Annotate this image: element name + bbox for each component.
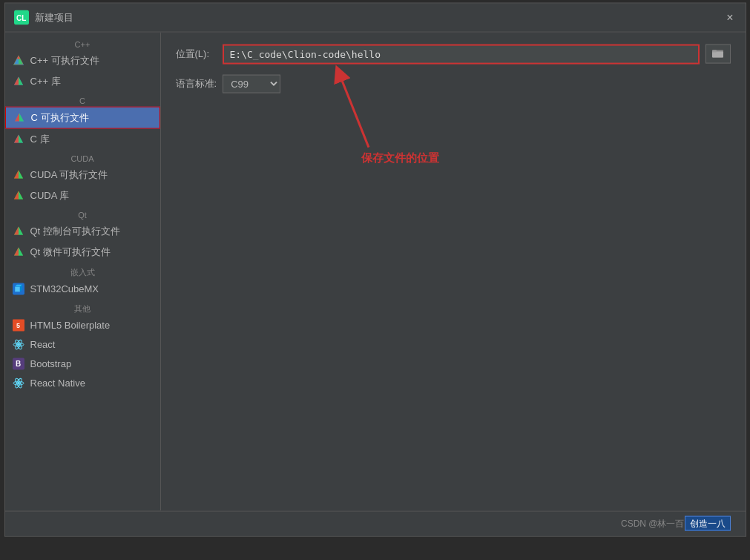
folder-icon bbox=[712, 48, 724, 59]
svg-point-38 bbox=[17, 381, 20, 384]
svg-marker-17 bbox=[19, 134, 23, 142]
annotation-arrow-svg bbox=[324, 58, 413, 154]
react-icon bbox=[13, 338, 24, 350]
svg-point-34 bbox=[17, 343, 20, 346]
close-button[interactable]: × bbox=[723, 9, 736, 25]
html5-label: HTML5 Boilerplate bbox=[30, 320, 111, 331]
svg-marker-21 bbox=[14, 170, 19, 178]
category-other: 其他 bbox=[5, 298, 160, 315]
svg-marker-11 bbox=[19, 76, 23, 85]
location-row: 位置(L): bbox=[176, 44, 731, 64]
cpp-triangle-icon bbox=[13, 54, 24, 66]
svg-marker-27 bbox=[14, 226, 19, 234]
language-select[interactable]: C99 C89 C11 GNU11 bbox=[223, 74, 280, 93]
sidebar-item-c-executable[interactable]: C 可执行文件 bbox=[5, 106, 160, 128]
category-cpp: C++ bbox=[5, 35, 160, 50]
category-embedded: 嵌入式 bbox=[5, 262, 160, 279]
dialog-title: 新建项目 bbox=[35, 10, 73, 24]
qt-widget-label: Qt 微件可执行文件 bbox=[30, 245, 111, 258]
svg-marker-20 bbox=[19, 170, 23, 178]
title-bar: CL 新建项目 × bbox=[5, 3, 746, 32]
category-qt: Qt bbox=[5, 205, 160, 220]
title-bar-left: CL 新建项目 bbox=[14, 10, 73, 24]
svg-marker-29 bbox=[19, 247, 23, 255]
c-executable-label: C 可执行文件 bbox=[31, 111, 89, 124]
bottom-highlight: 创造一八 bbox=[685, 515, 731, 530]
browse-button[interactable] bbox=[705, 45, 731, 64]
qt-widget-triangle-icon bbox=[13, 246, 24, 257]
svg-marker-30 bbox=[14, 247, 19, 255]
qt-triangle-icon bbox=[13, 225, 24, 237]
stm32-cube-icon bbox=[13, 283, 24, 294]
c-lib-triangle-icon bbox=[13, 133, 24, 145]
sidebar-item-qt-widget[interactable]: Qt 微件可执行文件 bbox=[5, 241, 160, 262]
cpp-lib-triangle-icon bbox=[13, 75, 24, 87]
svg-rect-44 bbox=[712, 50, 717, 53]
sidebar-item-cpp-executable[interactable]: C++ 可执行文件 bbox=[5, 50, 160, 70]
cuda-executable-label: CUDA 可执行文件 bbox=[30, 168, 108, 181]
svg-marker-24 bbox=[14, 191, 19, 199]
svg-rect-31 bbox=[15, 286, 20, 291]
dialog-body: C++ bbox=[5, 32, 746, 510]
annotation-text: 保存文件的位置 bbox=[361, 151, 439, 165]
svg-marker-26 bbox=[19, 226, 23, 234]
location-input[interactable] bbox=[223, 44, 700, 64]
bootstrap-label: Bootstrap bbox=[30, 358, 72, 369]
svg-marker-15 bbox=[15, 113, 19, 121]
cuda-library-label: CUDA 库 bbox=[30, 188, 70, 202]
stm32-label: STM32CubeMX bbox=[30, 283, 99, 294]
bootstrap-icon: B bbox=[13, 358, 24, 369]
qt-console-label: Qt 控制台可执行文件 bbox=[30, 224, 120, 237]
react-native-icon bbox=[13, 377, 24, 389]
svg-marker-14 bbox=[19, 113, 24, 121]
cuda-triangle-icon bbox=[13, 168, 24, 180]
svg-rect-43 bbox=[712, 52, 723, 58]
svg-text:CL: CL bbox=[16, 13, 26, 22]
sidebar-item-stm32[interactable]: STM32CubeMX bbox=[5, 279, 160, 298]
sidebar-item-html5[interactable]: 5 HTML5 Boilerplate bbox=[5, 315, 160, 335]
svg-marker-12 bbox=[14, 76, 19, 85]
category-cuda: CUDA bbox=[5, 149, 160, 164]
new-project-dialog: CL 新建项目 × C++ bbox=[4, 2, 746, 536]
main-content: 位置(L): 语言标准: C99 C89 C11 GNU11 bbox=[161, 32, 746, 510]
react-native-label: React Native bbox=[30, 378, 85, 389]
clion-logo-icon: CL bbox=[14, 10, 29, 24]
project-type-sidebar: C++ bbox=[5, 32, 161, 510]
bottom-bar: CSDN @林一百创造一八 bbox=[5, 510, 746, 536]
cpp-executable-label: C++ 可执行文件 bbox=[30, 53, 99, 67]
category-c: C bbox=[5, 91, 160, 106]
html5-icon: 5 bbox=[13, 319, 24, 331]
c-triangle-icon bbox=[13, 111, 25, 123]
sidebar-item-react-native[interactable]: React Native bbox=[5, 373, 160, 392]
sidebar-item-cpp-library[interactable]: C++ 库 bbox=[5, 70, 160, 91]
language-label: 语言标准: bbox=[176, 77, 217, 90]
sidebar-item-cuda-library[interactable]: CUDA 库 bbox=[5, 185, 160, 205]
cpp-library-label: C++ 库 bbox=[30, 74, 61, 88]
location-label: 位置(L): bbox=[176, 47, 217, 61]
cuda-lib-triangle-icon bbox=[13, 189, 24, 201]
svg-marker-23 bbox=[19, 191, 23, 199]
sidebar-item-react[interactable]: React bbox=[5, 335, 160, 354]
bottom-watermark: CSDN @林一百创造一八 bbox=[621, 517, 731, 530]
c-library-label: C 库 bbox=[30, 132, 50, 145]
sidebar-item-cuda-executable[interactable]: CUDA 可执行文件 bbox=[5, 164, 160, 185]
sidebar-item-c-library[interactable]: C 库 bbox=[5, 128, 160, 149]
react-label: React bbox=[30, 339, 56, 350]
svg-marker-18 bbox=[14, 134, 19, 142]
sidebar-item-qt-console[interactable]: Qt 控制台可执行文件 bbox=[5, 220, 160, 241]
sidebar-item-bootstrap[interactable]: B Bootstrap bbox=[5, 354, 160, 373]
language-row: 语言标准: C99 C89 C11 GNU11 bbox=[176, 74, 731, 93]
